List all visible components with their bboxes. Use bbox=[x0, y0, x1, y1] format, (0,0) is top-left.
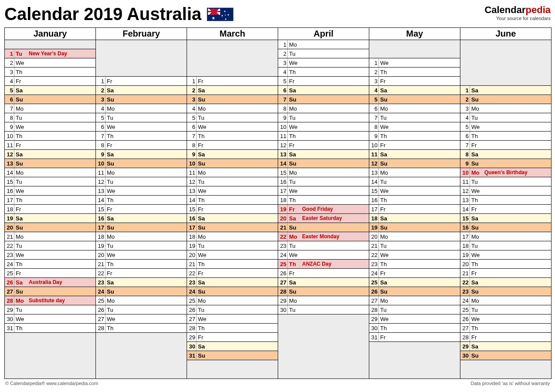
day-of-week: Tu bbox=[379, 307, 392, 313]
day-of-week: Sa bbox=[288, 87, 300, 94]
day-cell: 6We bbox=[187, 122, 278, 132]
day-number: 20 bbox=[96, 250, 106, 259]
day-cell: 21Tu bbox=[369, 241, 460, 250]
day-cell: 4Tu bbox=[460, 113, 551, 122]
day-of-week: We bbox=[288, 60, 300, 66]
day-cell: 14Th bbox=[96, 196, 187, 205]
day-number: 2 bbox=[96, 86, 106, 95]
day-number: 16 bbox=[187, 214, 197, 223]
day-of-week: Sa bbox=[106, 151, 118, 158]
day-number: 16 bbox=[460, 223, 470, 232]
day-cell: 12Su bbox=[369, 159, 460, 168]
day-cell: 5Fr bbox=[278, 77, 369, 86]
day-cell: 25ThANZAC Day bbox=[278, 260, 369, 269]
month-header: April bbox=[278, 28, 369, 40]
day-of-week: Su bbox=[379, 96, 392, 103]
day-of-week: Fr bbox=[14, 270, 27, 277]
day-of-week: Fr bbox=[14, 78, 27, 84]
day-cell: 26Tu bbox=[187, 305, 278, 314]
day-cell: 19Tu bbox=[187, 241, 278, 250]
day-of-week: Th bbox=[14, 325, 27, 331]
day-cell: 23Tu bbox=[278, 241, 369, 250]
day-of-week: We bbox=[106, 188, 118, 194]
day-cell bbox=[278, 360, 369, 369]
day-number: 7 bbox=[5, 104, 14, 113]
day-number: 21 bbox=[460, 269, 470, 277]
day-cell: 16Th bbox=[369, 196, 460, 205]
day-of-week: Mo bbox=[288, 105, 300, 112]
day-cell: 3Su bbox=[96, 95, 187, 104]
calendar-grid: 1TuNew Year's Day2We3Th4Fr5Sa6Su7Mo8Tu9W… bbox=[5, 40, 551, 378]
day-of-week: Su bbox=[14, 224, 27, 231]
day-of-week: Tu bbox=[106, 307, 118, 313]
day-number: 24 bbox=[278, 250, 288, 259]
day-cell: 20SaEaster Saturday bbox=[278, 214, 369, 223]
day-cell: 23We bbox=[5, 250, 95, 260]
logo-sub: Your source for calendars bbox=[484, 16, 551, 21]
day-cell: 27Mo bbox=[369, 296, 460, 305]
month-column: 1Fr2Sa3Su4Mo5Tu6We7Th8Fr9Sa10Su11Mo12Tu1… bbox=[96, 40, 187, 378]
day-of-week: Su bbox=[197, 160, 209, 167]
day-number: 24 bbox=[369, 269, 379, 277]
day-of-week: We bbox=[470, 252, 483, 258]
day-cell: 13Sa bbox=[278, 150, 369, 159]
day-cell: 18Mo bbox=[187, 232, 278, 241]
day-number: 14 bbox=[96, 196, 106, 204]
day-cell bbox=[369, 369, 460, 378]
day-cell bbox=[460, 68, 551, 77]
day-cell bbox=[96, 369, 187, 378]
day-cell bbox=[187, 68, 278, 77]
day-number: 14 bbox=[278, 159, 288, 168]
day-of-week: Su bbox=[379, 160, 392, 167]
day-number: 10 bbox=[5, 132, 14, 140]
day-of-week: Mo bbox=[197, 105, 209, 112]
day-cell: 13We bbox=[96, 186, 187, 196]
day-number: 1 bbox=[5, 49, 14, 58]
day-number: 12 bbox=[460, 186, 470, 195]
day-number: 19 bbox=[369, 223, 379, 232]
day-number: 7 bbox=[96, 132, 106, 140]
logo-main: Calendarpedia bbox=[484, 4, 551, 16]
day-number: 17 bbox=[369, 205, 379, 213]
day-number: 15 bbox=[96, 205, 106, 213]
day-cell: 24Su bbox=[187, 287, 278, 296]
day-number: 25 bbox=[96, 296, 106, 305]
day-number: 13 bbox=[278, 150, 288, 159]
day-cell: 8Sa bbox=[460, 150, 551, 159]
day-number: 4 bbox=[96, 104, 106, 113]
day-number: 13 bbox=[460, 196, 470, 204]
day-cell: 11Th bbox=[278, 132, 369, 141]
day-of-week: We bbox=[197, 188, 209, 194]
day-number: 27 bbox=[5, 287, 14, 296]
day-cell: 12Sa bbox=[5, 150, 95, 159]
day-number: 30 bbox=[278, 305, 288, 314]
day-number: 11 bbox=[5, 141, 14, 149]
day-of-week: Su bbox=[379, 224, 392, 231]
day-number: 13 bbox=[96, 186, 106, 195]
day-number: 8 bbox=[460, 150, 470, 159]
day-of-week: Fr bbox=[379, 270, 392, 277]
day-of-week: We bbox=[288, 252, 300, 258]
day-cell bbox=[187, 58, 278, 68]
day-cell: 27We bbox=[187, 314, 278, 324]
day-of-week: We bbox=[106, 252, 118, 258]
holiday-label: Good Friday bbox=[300, 206, 333, 212]
day-of-week: Fr bbox=[470, 206, 483, 213]
day-number: 12 bbox=[278, 141, 288, 149]
day-cell: 12Tu bbox=[96, 177, 187, 186]
day-cell: 31Fr bbox=[369, 333, 460, 342]
day-cell: 14Tu bbox=[369, 177, 460, 186]
day-cell bbox=[460, 360, 551, 369]
day-number: 22 bbox=[5, 241, 14, 250]
day-of-week: Th bbox=[470, 133, 483, 139]
day-cell: 17Fr bbox=[369, 205, 460, 214]
day-cell: 10We bbox=[278, 122, 369, 132]
day-of-week: Tu bbox=[379, 115, 392, 121]
day-number: 5 bbox=[96, 113, 106, 122]
holiday-label: Australia Day bbox=[27, 279, 62, 285]
day-of-week: Mo bbox=[379, 169, 392, 176]
holiday-label: ANZAC Day bbox=[300, 261, 331, 267]
day-of-week: Mo bbox=[379, 233, 392, 240]
day-of-week: Sa bbox=[197, 343, 209, 350]
day-number: 11 bbox=[460, 177, 470, 186]
